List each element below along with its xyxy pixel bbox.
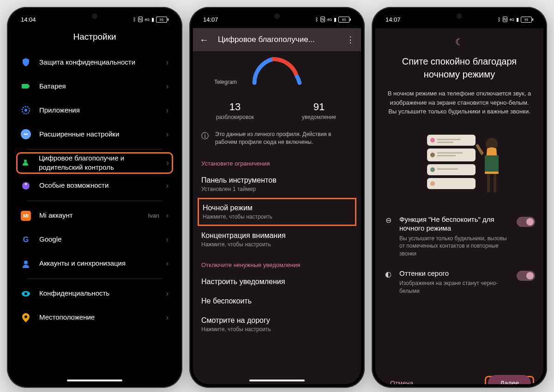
dnd-icon: ⊖ <box>384 216 393 225</box>
settings-content: Настройки Защита конфиденциальности › Ба… <box>11 28 179 384</box>
contrast-icon: ◐ <box>384 270 393 279</box>
chevron-right-icon: › <box>166 181 169 190</box>
svg-point-23 <box>430 167 435 172</box>
location-icon <box>21 313 31 323</box>
section-header-limits: Установите ограничения <box>193 152 361 171</box>
settings-item-accessibility[interactable]: Особые возможности › <box>19 174 170 198</box>
svg-point-19 <box>430 153 435 157</box>
status-icons: ᛒ N 4G ▮ 93 <box>315 17 351 23</box>
stats-row: 13 разблокировок 91 уведомление <box>193 92 361 125</box>
item-title: Концентрация внимания <box>201 232 353 240</box>
chevron-right-icon: › <box>166 259 169 268</box>
settings-item-advanced[interactable]: Расширенные настройки › <box>19 122 170 146</box>
settings-item-google[interactable]: G Google › <box>19 228 170 252</box>
cancel-button[interactable]: Отмена <box>385 375 419 384</box>
menu-icon[interactable]: ⋮ <box>346 35 355 45</box>
divider <box>27 279 162 279</box>
signal-icon: 4G <box>327 18 332 22</box>
svg-point-4 <box>24 134 25 135</box>
battery-icon: 93 <box>338 17 351 23</box>
item-manage-notifications[interactable]: Настроить уведомления <box>193 272 361 291</box>
item-title: Панель инструментов <box>201 176 353 184</box>
item-subtitle: Нажмите, чтобы настроить <box>203 214 351 220</box>
bluetooth-icon: ᛒ <box>315 17 319 22</box>
bluetooth-icon: ᛒ <box>133 17 136 22</box>
svg-point-10 <box>24 261 28 264</box>
toggle-dnd[interactable] <box>517 217 535 227</box>
settings-item-mi-account[interactable]: MI Mi аккаунт Ivan › <box>19 204 170 228</box>
usage-chart[interactable]: Telegram <box>193 51 361 92</box>
item-dnd[interactable]: Не беспокоить <box>193 291 361 311</box>
item-dashboard[interactable]: Панель инструментов Установлен 1 таймер <box>193 171 361 198</box>
home-indicator[interactable] <box>249 380 305 381</box>
settings-item-battery[interactable]: Батарея › <box>19 74 170 98</box>
dots-icon <box>21 129 31 139</box>
svg-rect-21 <box>437 155 456 156</box>
item-label: Защита конфиденциальности <box>39 58 162 67</box>
header-title: Цифровое благополучие... <box>218 35 337 44</box>
settings-item-location[interactable]: Местоположение › <box>19 306 170 330</box>
phone-3: 14:07 ᛒ N 4G ▮ 93 ☾ Спите спокойно благо… <box>372 7 547 388</box>
settings-item-privacy-protection[interactable]: Защита конфиденциальности › <box>19 50 170 74</box>
settings-item-digital-wellbeing[interactable]: Цифровое благополучие и родительский кон… <box>16 152 173 174</box>
home-indicator[interactable] <box>67 380 122 381</box>
svg-point-12 <box>24 292 27 295</box>
stat-label: уведомление <box>277 114 361 120</box>
item-subtitle: Нажмите, чтобы настроить <box>201 326 353 333</box>
info-icon: ⓘ <box>201 131 209 141</box>
item-title: Не беспокоить <box>201 297 353 305</box>
item-night-mode[interactable]: Ночной режим Нажмите, чтобы настроить <box>199 199 355 225</box>
svg-point-7 <box>24 160 27 162</box>
item-label: Mi аккаунт <box>39 211 148 220</box>
chevron-right-icon: › <box>166 130 169 139</box>
svg-rect-24 <box>437 168 458 170</box>
svg-rect-0 <box>22 84 29 89</box>
item-label: Конфиденциальность <box>39 289 162 298</box>
stat-number: 13 <box>193 101 277 113</box>
toggle-grayscale[interactable] <box>517 271 535 281</box>
chevron-right-icon: › <box>166 313 169 322</box>
chevron-right-icon: › <box>166 82 169 91</box>
signal-bars-icon: ▮ <box>516 17 519 23</box>
svg-rect-17 <box>437 142 453 143</box>
signal-bars-icon: ▮ <box>151 17 154 23</box>
option-grayscale[interactable]: ◐ Оттенки серого Изображения на экране с… <box>384 263 535 301</box>
stat-unlocks[interactable]: 13 разблокировок <box>193 101 277 120</box>
svg-rect-29 <box>487 174 490 192</box>
svg-point-3 <box>24 109 27 112</box>
chevron-right-icon: › <box>166 211 169 220</box>
chevron-right-icon: › <box>166 58 169 67</box>
item-title: Настроить уведомления <box>201 278 353 286</box>
item-label: Google <box>39 235 162 244</box>
phone-1: 14:04 ᛒ N 4G ▮ 93 Настройки Защита конфи… <box>7 7 182 388</box>
next-button[interactable]: Далее <box>488 375 531 384</box>
settings-item-privacy[interactable]: Конфиденциальность › <box>19 282 170 306</box>
svg-rect-16 <box>437 139 460 140</box>
item-title: Смотрите на дорогу <box>201 316 353 325</box>
item-label: Местоположение <box>39 313 162 322</box>
back-icon[interactable]: ← <box>199 35 209 45</box>
app-header: ← Цифровое благополучие... ⋮ <box>193 28 361 51</box>
accessibility-icon <box>21 181 31 191</box>
svg-rect-30 <box>494 174 496 192</box>
item-label: Расширенные настройки <box>39 130 162 139</box>
option-dnd[interactable]: ⊖ Функция "Не беспокоить" для ночного ре… <box>384 209 535 263</box>
person-icon <box>21 259 31 269</box>
camera-notch <box>92 13 97 19</box>
stat-notifications[interactable]: 91 уведомление <box>277 101 361 120</box>
eye-icon <box>21 289 31 299</box>
hero-title: Спите спокойно благодаря ночному режиму <box>386 55 532 81</box>
svg-point-9 <box>25 183 27 185</box>
settings-item-accounts[interactable]: Аккаунты и синхронизация › <box>19 252 170 276</box>
item-label: Особые возможности <box>39 181 162 190</box>
item-focus-mode[interactable]: Концентрация внимания Нажмите, чтобы нас… <box>193 226 361 253</box>
item-heads-up[interactable]: Смотрите на дорогу Нажмите, чтобы настро… <box>193 311 361 338</box>
section-header-notifications: Отключите ненужные уведомления <box>193 253 361 272</box>
profile-info: ⓘ Это данные из личного профиля. Действи… <box>193 125 361 152</box>
battery-icon: 93 <box>156 17 169 23</box>
highlight-night-mode: Ночной режим Нажмите, чтобы настроить <box>198 198 356 226</box>
camera-notch <box>274 13 280 19</box>
hero: Спите спокойно благодаря ночному режиму … <box>375 51 543 120</box>
chevron-right-icon: › <box>166 158 169 168</box>
settings-item-apps[interactable]: Приложения › <box>19 98 170 122</box>
